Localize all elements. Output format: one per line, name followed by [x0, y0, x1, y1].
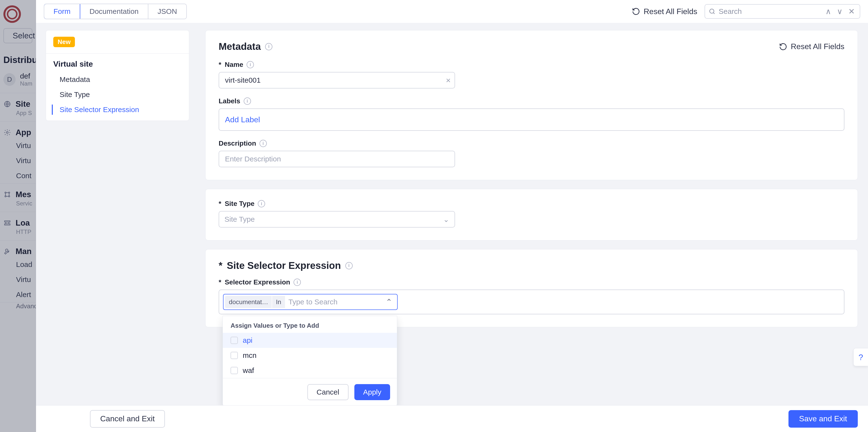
selector-values-input[interactable]	[285, 298, 384, 306]
info-icon[interactable]: i	[345, 262, 353, 269]
site-type-field-label: Site Type	[225, 200, 254, 208]
clear-input-icon[interactable]: ×	[446, 76, 451, 85]
search-next-icon[interactable]: ∨	[835, 7, 844, 16]
form-section-nav: New Virtual site Metadata Site Type Site…	[36, 30, 196, 405]
dropdown-option-api[interactable]: api	[223, 333, 397, 348]
selector-key-chip[interactable]: documentat…	[225, 296, 272, 308]
dropdown-apply-button[interactable]: Apply	[354, 384, 390, 400]
sidebar-subitem: Cont	[0, 168, 36, 183]
sidebar-subitem: Alert	[0, 287, 36, 302]
gear-icon	[3, 129, 11, 136]
add-label-link[interactable]: Add Label	[225, 115, 260, 124]
name-input[interactable]	[219, 72, 455, 89]
info-icon[interactable]: i	[247, 61, 254, 68]
modal-body: New Virtual site Metadata Site Type Site…	[36, 23, 868, 405]
dropdown-cancel-button[interactable]: Cancel	[307, 384, 348, 400]
modal-topbar: Form Documentation JSON Reset All Fields…	[36, 0, 868, 23]
selector-expression-active-token[interactable]: documentat… In ⌃	[223, 294, 398, 310]
sidebar-subitem: Virtu	[0, 153, 36, 168]
info-icon[interactable]: i	[258, 200, 265, 207]
svg-point-8	[710, 9, 714, 13]
sidebar-section-apps: App	[0, 122, 36, 138]
sidebar-subitem: Virtu	[0, 272, 36, 287]
nav-item-site-type[interactable]: Site Type	[46, 87, 189, 102]
info-icon[interactable]: i	[244, 98, 251, 105]
sidebar-subitem: Load	[0, 257, 36, 272]
sidebar-section-mesh: Mes	[0, 184, 36, 200]
svg-point-5	[8, 196, 10, 197]
info-icon[interactable]: i	[293, 278, 301, 286]
sidebar-subitem: Virtu	[0, 138, 36, 153]
svg-point-2	[5, 192, 6, 193]
dropdown-option-waf[interactable]: waf	[223, 363, 397, 378]
reset-all-fields-panel[interactable]: Reset All Fields	[779, 42, 844, 51]
wrench-icon	[3, 247, 11, 255]
search-close-icon[interactable]: ✕	[847, 7, 856, 16]
globe-icon	[3, 100, 11, 108]
description-input[interactable]	[219, 151, 455, 167]
sidebar-section-sites: Site	[0, 93, 36, 110]
svg-point-1	[6, 132, 8, 133]
search-input[interactable]	[719, 7, 821, 15]
selector-operator-chip[interactable]: In	[272, 296, 285, 308]
svg-point-3	[8, 192, 10, 193]
description-field-label: Description	[219, 139, 256, 147]
namespace-sublabel: Nam	[20, 80, 32, 87]
reset-icon	[779, 42, 787, 51]
labels-field-label: Labels	[219, 97, 240, 105]
namespace-name: def	[20, 72, 32, 80]
select-service-label: Select	[13, 31, 35, 40]
tab-documentation[interactable]: Documentation	[80, 4, 148, 19]
form-scroll-area[interactable]: Metadata i Reset All Fields Name i	[196, 30, 868, 405]
search-icon	[709, 8, 716, 15]
help-icon: ?	[859, 353, 863, 362]
app-sidebar-background: Select Distribu D def Nam Site App S App…	[0, 0, 36, 432]
dropdown-heading: Assign Values or Type to Add	[223, 316, 397, 333]
panel-site-type: Site Type i Site Type ⌄	[205, 189, 858, 240]
reset-all-fields-top[interactable]: Reset All Fields	[632, 7, 697, 16]
namespace-badge: D	[3, 73, 16, 86]
modal-footer: Cancel and Exit Save and Exit	[36, 405, 868, 432]
dropdown-option-mcn[interactable]: mcn	[223, 348, 397, 363]
checkbox-icon[interactable]	[230, 337, 238, 344]
selector-expression-field-label: Selector Expression	[225, 278, 290, 286]
cancel-and-exit-button[interactable]: Cancel and Exit	[90, 410, 165, 428]
selector-values-dropdown: Assign Values or Type to Add api mcn	[222, 316, 397, 405]
site-type-placeholder: Site Type	[224, 215, 255, 224]
info-icon[interactable]: i	[259, 140, 267, 147]
tab-json[interactable]: JSON	[148, 4, 186, 19]
form-nav-title: Virtual site	[46, 54, 189, 72]
info-icon[interactable]: i	[265, 43, 272, 50]
reset-icon	[632, 7, 640, 15]
name-field-label: Name	[225, 61, 243, 69]
mesh-icon	[3, 191, 11, 198]
checkbox-icon[interactable]	[230, 367, 238, 374]
site-type-select[interactable]: Site Type ⌄	[219, 211, 455, 228]
svg-rect-7	[5, 224, 10, 225]
product-area-heading: Distribu	[0, 48, 36, 67]
checkbox-icon[interactable]	[230, 352, 238, 359]
select-service-button: Select	[3, 28, 32, 43]
selector-expression-box[interactable]: documentat… In ⌃	[219, 290, 844, 314]
chevron-down-icon: ⌄	[443, 215, 449, 224]
tab-form[interactable]: Form	[44, 4, 80, 19]
panel-site-selector-expression: * Site Selector Expression i Selector Ex…	[205, 249, 858, 327]
save-and-exit-button[interactable]: Save and Exit	[788, 410, 858, 428]
sidebar-section-manage: Man	[0, 240, 36, 257]
sidebar-section-load: Loa	[0, 212, 36, 229]
help-button[interactable]: ?	[854, 348, 868, 366]
load-balancer-icon	[3, 219, 11, 227]
nav-item-metadata[interactable]: Metadata	[46, 72, 189, 87]
panel-metadata: Metadata i Reset All Fields Name i	[205, 30, 858, 180]
svg-rect-6	[5, 221, 10, 222]
f5-logo-icon	[3, 5, 21, 23]
search-box[interactable]: ∧ ∨ ✕	[705, 4, 860, 19]
create-virtual-site-modal: Form Documentation JSON Reset All Fields…	[36, 0, 868, 432]
nav-item-site-selector-expression[interactable]: Site Selector Expression	[46, 102, 189, 117]
panel-title-selector: Site Selector Expression	[227, 260, 341, 271]
labels-input[interactable]: Add Label	[219, 108, 844, 131]
grid-icon	[8, 32, 9, 39]
new-badge: New	[53, 37, 75, 47]
chevron-up-icon[interactable]: ⌃	[384, 297, 394, 306]
search-prev-icon[interactable]: ∧	[824, 7, 833, 16]
